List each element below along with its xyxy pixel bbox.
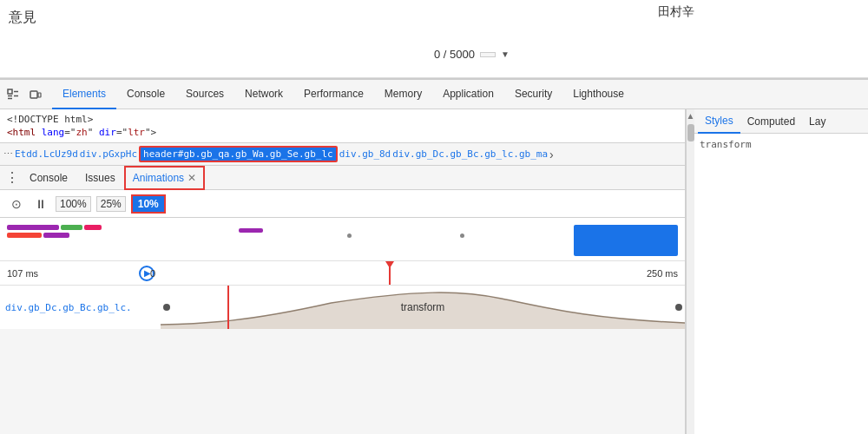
curve-label: transform — [401, 301, 445, 313]
animation-curve-area: transform — [161, 286, 685, 329]
sub-tabs-bar: ⋮ Console Issues Animations ✕ — [0, 166, 685, 190]
small-dot-2 — [460, 233, 464, 238]
tab-application[interactable]: Application — [432, 80, 504, 109]
counter-area: 0 / 5000 ▼ — [434, 48, 510, 61]
code-line-doctype: <!DOCTYPE html> — [0, 113, 685, 126]
tab-performance[interactable]: Performance — [293, 80, 374, 109]
sub-panel: ⋮ Console Issues Animations ✕ ⊙ ⏸ — [0, 166, 685, 434]
bar-pink-1 — [84, 225, 102, 230]
breadcrumb-item-0[interactable]: Etdd.LcUz9d — [15, 148, 78, 160]
animation-bars-area — [0, 218, 685, 261]
timeline-cursor-line[interactable] — [389, 261, 391, 285]
speed-25-label[interactable]: 25% — [96, 196, 126, 212]
timeline-ruler: 107 ms ▶ 0 250 ms — [0, 261, 685, 286]
subtab-console[interactable]: Console — [21, 166, 76, 190]
device-toggle-icon[interactable] — [26, 85, 45, 104]
big-blue-animation-block — [574, 225, 678, 256]
breadcrumb-menu-icon[interactable]: ⋯ — [3, 148, 13, 160]
view-label-text: 意見 — [9, 10, 36, 24]
ruler-start-time: 107 ms — [7, 268, 38, 279]
tab-lighthouse[interactable]: Lighthouse — [562, 80, 635, 109]
breadcrumb-item-selected[interactable]: header#gb.gb_qa.gb_Wa.gb_Se.gb_lc — [139, 146, 338, 162]
breadcrumb-item-3[interactable]: div.gb_8d — [339, 148, 391, 160]
scrollbar-right[interactable]: ▲ — [686, 109, 694, 434]
tab-elements[interactable]: Elements — [52, 80, 116, 109]
curve-dot-end — [675, 304, 682, 311]
svg-rect-0 — [8, 89, 12, 94]
curve-dot-start — [163, 304, 170, 311]
tab-sources[interactable]: Sources — [175, 80, 234, 109]
counter-value: 0 / 5000 — [434, 48, 475, 61]
tab-icon-group — [3, 85, 45, 104]
right-tab-computed[interactable]: Computed — [740, 109, 802, 134]
bar-row-2 — [7, 233, 102, 238]
animation-stop-button[interactable]: ⊙ — [7, 194, 26, 214]
speed-100-label[interactable]: 100% — [56, 196, 91, 212]
bar-purple-1 — [7, 225, 59, 230]
breadcrumb-more-icon[interactable]: › — [549, 148, 554, 161]
svg-rect-5 — [30, 91, 37, 98]
counter-arrow-icon[interactable]: ▼ — [501, 49, 510, 59]
browser-top: 意見 田村辛 0 / 5000 ▼ — [0, 0, 868, 78]
counter-box — [480, 52, 496, 57]
browser-view-label: 意見 — [9, 9, 36, 27]
bar-purple-2 — [43, 233, 69, 238]
breadcrumb: ⋯ Etdd.LcUz9d div.pGxpHc header#gb.gb_qa… — [0, 143, 685, 166]
small-dot-1 — [347, 233, 352, 238]
right-tabs-bar: Styles Computed Lay — [694, 109, 868, 134]
bar-green-1 — [61, 225, 82, 230]
breadcrumb-item-1[interactable]: div.pGxpHc — [80, 148, 137, 160]
ruler-zero-label: 0 — [150, 268, 155, 279]
svg-rect-6 — [38, 93, 41, 97]
main-tabs-bar: Elements Console Sources Network Perform… — [0, 80, 868, 109]
small-bar-purple — [239, 228, 263, 233]
left-panel: <!DOCTYPE html> <html lang="zh" dir="ltr… — [0, 109, 686, 434]
subtab-animations-close-icon[interactable]: ✕ — [187, 172, 196, 184]
animation-element-row: div.gb_Dc.gb_Bc.gb_lc. transform — [0, 286, 685, 329]
right-panel-content: transform — [694, 134, 868, 434]
bar-group-left — [7, 225, 102, 238]
style-text-transform: transform — [700, 139, 863, 150]
ruler-end-time: 250 ms — [647, 268, 678, 279]
breadcrumb-item-4[interactable]: div.gb_Dc.gb_Bc.gb_lc.gb_ma — [392, 148, 548, 160]
sub-tab-menu-icon[interactable]: ⋮ — [3, 169, 21, 187]
right-panel: Styles Computed Lay transform — [694, 109, 868, 434]
scroll-thumb[interactable] — [687, 124, 694, 141]
red-vertical-cursor — [227, 286, 229, 329]
devtools-panel: Elements Console Sources Network Perform… — [0, 78, 868, 434]
japanese-text: 田村辛 — [658, 4, 694, 20]
tab-memory[interactable]: Memory — [374, 80, 432, 109]
content-area: <!DOCTYPE html> <html lang="zh" dir="ltr… — [0, 109, 868, 434]
code-line-html: <html lang="zh" dir="ltr"> — [0, 126, 685, 139]
animation-element-label[interactable]: div.gb_Dc.gb_Bc.gb_lc. — [0, 302, 161, 313]
subtab-issues[interactable]: Issues — [76, 166, 124, 190]
elements-code-area: <!DOCTYPE html> <html lang="zh" dir="ltr… — [0, 109, 685, 143]
bar-row-1 — [7, 225, 102, 230]
animation-controls: ⊙ ⏸ 100% 25% 10% — [0, 190, 685, 218]
right-tab-styles[interactable]: Styles — [698, 109, 740, 134]
bar-red-2 — [7, 233, 42, 238]
subtab-animations[interactable]: Animations ✕ — [124, 166, 205, 190]
inspect-icon[interactable] — [3, 85, 23, 104]
animation-pause-button[interactable]: ⏸ — [31, 194, 50, 214]
right-tab-layout[interactable]: Lay — [802, 109, 832, 134]
speed-10-label[interactable]: 10% — [131, 194, 166, 214]
tab-network[interactable]: Network — [234, 80, 293, 109]
tab-console[interactable]: Console — [116, 80, 175, 109]
tab-security[interactable]: Security — [504, 80, 562, 109]
small-anim-bar — [239, 228, 263, 233]
